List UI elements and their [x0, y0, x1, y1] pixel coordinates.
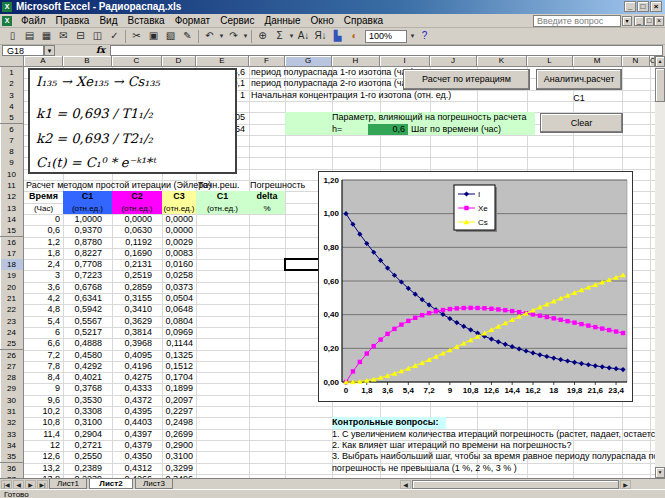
sort-descending-icon[interactable]: Я↓	[312, 29, 329, 44]
table-col-name-6[interactable]: delta	[249, 191, 285, 202]
menu-item-1[interactable]: Файл	[16, 14, 51, 27]
table-col-unit-4[interactable]: (отн.ед.)	[162, 203, 196, 214]
vertical-scrollbar[interactable]: ▲ ▼	[655, 56, 665, 478]
table-cell[interactable]: 0,5217	[63, 327, 112, 338]
table-cell[interactable]: 12	[24, 440, 63, 451]
table-col-unit-6[interactable]: %	[249, 203, 285, 214]
menu-item-9[interactable]: Справка	[339, 14, 388, 27]
table-cell[interactable]: 0,4312	[112, 463, 162, 474]
menu-item-7[interactable]: Данные	[259, 14, 305, 27]
table-cell[interactable]: 0,3496	[162, 474, 196, 478]
sheet-tab-Лист3[interactable]: Лист3	[135, 479, 173, 489]
table-col-name-2[interactable]: С1	[63, 191, 112, 202]
print-icon[interactable]: ⊟	[72, 29, 89, 44]
scroll-down-icon[interactable]: ▼	[655, 467, 665, 478]
table-cell[interactable]: 0,8227	[63, 248, 112, 259]
table-cell[interactable]: 0,2097	[162, 395, 196, 406]
table-cell[interactable]: 13,8	[24, 474, 63, 478]
table-cell[interactable]: 0,1704	[162, 372, 196, 383]
table-cell[interactable]: 6,6	[24, 338, 63, 349]
table-cell[interactable]: 0,3629	[112, 316, 162, 327]
question-input[interactable]: Введите вопрос	[533, 15, 621, 27]
table-cell[interactable]: 0,2131	[112, 259, 162, 270]
paste-icon[interactable]: ▧	[162, 29, 179, 44]
table-cell[interactable]: 0,0000	[162, 225, 196, 236]
table-cell[interactable]: 13,2	[24, 463, 63, 474]
table-col-unit-5[interactable]: (отн.ед.)	[196, 203, 249, 214]
table-cell[interactable]: 0,3968	[112, 338, 162, 349]
table-cell[interactable]: 0,6341	[63, 293, 112, 304]
table-cell[interactable]: 10,2	[24, 406, 63, 417]
scroll-up-icon[interactable]: ▲	[655, 56, 665, 67]
print-preview-icon[interactable]: ◫	[89, 29, 106, 44]
table-cell[interactable]: 0,3299	[162, 463, 196, 474]
column-header-O[interactable]: O	[650, 56, 655, 67]
table-cell[interactable]: 4,2	[24, 293, 63, 304]
table-cell[interactable]: 0,4372	[112, 395, 162, 406]
table-col-name-3[interactable]: С2	[112, 191, 162, 202]
window-restore-button[interactable]: □	[644, 16, 654, 26]
table-cell[interactable]: 0,1690	[112, 248, 162, 259]
table-cell[interactable]: 7,8	[24, 361, 63, 372]
next-sheet-icon[interactable]: ▶	[25, 480, 36, 489]
table-cell[interactable]: 6	[24, 327, 63, 338]
table-cell[interactable]: 0,1144	[162, 338, 196, 349]
table-cell[interactable]: 0,0000	[162, 214, 196, 225]
email-icon[interactable]: ✉	[55, 29, 72, 44]
analytic-calc-button[interactable]: Аналитич.расчет С1	[536, 69, 622, 90]
prev-sheet-icon[interactable]: ◀	[13, 480, 24, 489]
save-icon[interactable]: ▦	[38, 29, 55, 44]
table-cell[interactable]: 0,6	[24, 225, 63, 236]
redo-icon[interactable]: ↷	[225, 29, 242, 44]
worksheet-grid[interactable]: ABCDEFGHIJKLMNO1234567891011121314151617…	[0, 56, 655, 478]
table-cell[interactable]: 0,0029	[162, 237, 196, 248]
hyperlink-icon[interactable]: ⊕	[254, 29, 271, 44]
column-header-E[interactable]: E	[196, 56, 249, 67]
table-cell[interactable]: 0,3155	[112, 293, 162, 304]
hscroll-right-icon[interactable]: ▶	[620, 480, 631, 489]
table-cell[interactable]: 0,0969	[162, 327, 196, 338]
copy-icon[interactable]: ▣	[145, 29, 162, 44]
insert-function-icon[interactable]: fx	[96, 45, 105, 56]
table-cell[interactable]: 0,4403	[112, 417, 162, 428]
table-cell[interactable]: 0,2498	[162, 417, 196, 428]
column-header-B[interactable]: B	[63, 56, 112, 67]
table-cell[interactable]: 0,0083	[162, 248, 196, 259]
menu-item-8[interactable]: Окно	[306, 14, 339, 27]
table-cell[interactable]: 7,2	[24, 350, 63, 361]
table-cell[interactable]: 0,4095	[112, 350, 162, 361]
table-cell[interactable]: 0,3768	[63, 383, 112, 394]
table-cell[interactable]: 0,2904	[63, 429, 112, 440]
table-col-name-4[interactable]: С3	[162, 191, 196, 202]
menu-item-5[interactable]: Формат	[170, 14, 216, 27]
chart[interactable]: 0,000,200,400,600,801,001,2001,83,65,47,…	[318, 171, 633, 402]
table-cell[interactable]: 5,4	[24, 316, 63, 327]
close-button[interactable]: ×	[650, 1, 662, 12]
window-minimize-button[interactable]: _	[634, 16, 644, 26]
sort-ascending-icon[interactable]: А↓	[295, 29, 312, 44]
table-cell[interactable]: 0,4021	[63, 372, 112, 383]
table-cell[interactable]: 0,9370	[63, 225, 112, 236]
vertical-scroll-thumb[interactable]	[655, 68, 665, 102]
first-sheet-icon[interactable]: |◀	[1, 480, 12, 489]
table-cell[interactable]: 0,3410	[112, 304, 162, 315]
table-cell[interactable]: 0,4888	[63, 338, 112, 349]
table-cell[interactable]: 0,2721	[63, 440, 112, 451]
table-cell[interactable]: 9,6	[24, 395, 63, 406]
table-cell[interactable]: 0,7223	[63, 270, 112, 281]
column-header-N[interactable]: N	[622, 56, 650, 67]
table-cell[interactable]: 0,2550	[63, 451, 112, 462]
table-col-name-5[interactable]: С1	[196, 191, 249, 202]
h-value-cell[interactable]: 0,6	[368, 124, 408, 135]
column-header-F[interactable]: F	[249, 56, 285, 67]
table-cell[interactable]: 10,8	[24, 417, 63, 428]
window-close-button[interactable]: ×	[654, 16, 664, 26]
table-cell[interactable]: 0,1192	[112, 237, 162, 248]
table-cell[interactable]: 0	[24, 214, 63, 225]
table-cell[interactable]: 0,4292	[63, 361, 112, 372]
table-cell[interactable]: 0,0804	[162, 316, 196, 327]
column-header-A[interactable]: A	[24, 56, 63, 67]
table-cell[interactable]: 0,4395	[112, 406, 162, 417]
table-cell[interactable]: 0,2859	[112, 282, 162, 293]
name-box[interactable]: G18	[2, 45, 44, 56]
